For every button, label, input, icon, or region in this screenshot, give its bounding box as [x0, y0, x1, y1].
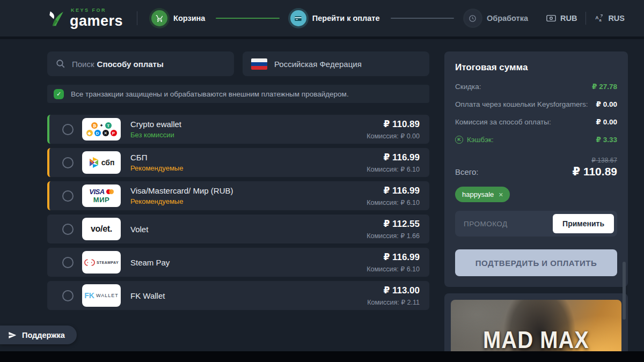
- card-icon: [290, 10, 306, 26]
- dash-icon: D: [94, 130, 101, 136]
- apply-promo-button[interactable]: Применить: [553, 214, 614, 233]
- fk-logo-text: FK: [84, 291, 94, 300]
- step-payment-label: Перейти к оплате: [312, 14, 380, 23]
- radio-steam-pay[interactable]: [62, 257, 74, 268]
- cart-icon: [151, 10, 167, 26]
- payment-price: ₽ 116.99: [383, 186, 420, 196]
- mastercard-icon: [106, 189, 114, 194]
- bnb-icon: ◆: [86, 130, 93, 136]
- summary-label: Кэшбэк:: [467, 136, 494, 144]
- total-old-price: ₽ 138.67: [572, 157, 617, 164]
- payment-name: Steam Pay: [130, 258, 170, 267]
- payment-name: Crypto ewallet: [130, 120, 181, 129]
- payment-name: Volet: [130, 225, 148, 234]
- security-banner: ✓ Все транзакции защищены и обрабатывают…: [47, 85, 429, 103]
- navbar-shadow: [0, 36, 644, 39]
- payment-name: FK Wallet: [130, 291, 165, 300]
- payment-price: ₽ 112.55: [383, 219, 420, 229]
- checkout-steps: Корзина Перейти к оплате Обработка: [151, 10, 528, 26]
- payment-method-list: ₿ ✦ T ◆ D ✕ P Crypto ewallet Без комисси…: [47, 115, 429, 310]
- applied-promo-tag: happysale ×: [455, 187, 510, 202]
- search-icon: [56, 59, 65, 69]
- brand-name: gamers: [70, 14, 123, 28]
- summary-row-fee: Комиссия за способ оплаты: ₽ 0.00: [455, 117, 617, 126]
- payment-row-crypto-ewallet[interactable]: ₿ ✦ T ◆ D ✕ P Crypto ewallet Без комисси…: [47, 115, 429, 144]
- step-payment[interactable]: Перейти к оплате: [290, 10, 380, 26]
- russia-flag-icon: [251, 58, 267, 70]
- step-cart[interactable]: Корзина: [151, 10, 205, 26]
- payment-row-volet[interactable]: vo/et. Volet ₽ 112.55 Комиссия: ₽ 1.66: [47, 215, 429, 243]
- steampay-logo-text: STEAMPAY: [97, 261, 119, 264]
- svg-text:A: A: [596, 15, 599, 20]
- summary-row-cashback: KКэшбэк: ₽ 3.33: [455, 135, 617, 144]
- sidebar-scrollbar[interactable]: [623, 262, 626, 320]
- crypto-ewallet-logo: ₿ ✦ T ◆ D ✕ P: [82, 118, 121, 141]
- country-selector[interactable]: Российская Федерация: [243, 51, 429, 76]
- summary-value: ₽ 27.78: [592, 82, 617, 91]
- country-label: Российская Федерация: [274, 60, 362, 69]
- bottom-bar: [0, 351, 644, 362]
- summary-label: Оплата через кошельки Keysforgamers:: [455, 100, 588, 108]
- visa-mastercard-mir-logo: VISA МИР: [82, 184, 121, 207]
- radio-crypto-ewallet[interactable]: [62, 124, 74, 135]
- remove-promo-icon[interactable]: ×: [499, 191, 503, 198]
- payment-price: ₽ 116.99: [383, 152, 420, 162]
- nav-divider: [137, 11, 137, 25]
- radio-volet[interactable]: [62, 224, 74, 235]
- summary-row-discount: Скидка: ₽ 27.78: [455, 82, 617, 91]
- payment-row-steam-pay[interactable]: STEAMPAY Steam Pay ₽ 116.99 Комиссия: ₽ …: [47, 248, 429, 277]
- payment-fee: Комиссия: ₽ 6.10: [367, 165, 420, 173]
- payment-fee: Комиссия: ₽ 0.00: [367, 132, 420, 140]
- support-button[interactable]: Поддержка: [0, 326, 77, 344]
- payment-tag: Рекомендуемые: [130, 197, 233, 205]
- promo-placeholder: ПРОМОКОД: [464, 220, 508, 228]
- step-connector-pending: [391, 18, 454, 19]
- language-selector[interactable]: A a RUS: [586, 14, 633, 23]
- payment-price: ₽ 113.00: [383, 285, 420, 295]
- search-placeholder-prefix: Поиск: [72, 60, 94, 69]
- step-processing: Обработка: [465, 10, 528, 26]
- currency-label: RUB: [560, 14, 577, 23]
- tether-icon: T: [105, 122, 112, 129]
- payment-price: ₽ 116.99: [383, 252, 420, 262]
- step-connector-done: [216, 18, 279, 19]
- support-label: Поддержка: [22, 331, 65, 339]
- total-price: ₽ 110.89: [572, 165, 617, 178]
- gamepad-icon: [84, 258, 95, 267]
- radio-fk-wallet[interactable]: [62, 290, 74, 301]
- radio-sbp[interactable]: [62, 157, 74, 168]
- search-placeholder-strong: Способу оплаты: [97, 60, 164, 69]
- summary-value: ₽ 0.00: [596, 100, 617, 108]
- brand-logo[interactable]: KEYS FOR gamers: [47, 8, 123, 28]
- summary-panel: Итоговая сумма Скидка: ₽ 27.78 Оплата че…: [444, 51, 628, 287]
- fk-wallet-logo-text: WALLET: [96, 293, 119, 298]
- promo-code-input[interactable]: ПРОМОКОД Применить: [455, 211, 617, 237]
- nav-right: RUB A a RUS: [538, 12, 633, 25]
- fk-wallet-logo: FK WALLET: [82, 284, 121, 307]
- summary-value: ₽ 0.00: [596, 117, 617, 126]
- sbp-logo: сбп: [82, 151, 121, 174]
- payment-methods-section: Поиск Способу оплаты Российская Федераци…: [47, 51, 429, 314]
- search-input[interactable]: Поиск Способу оплаты: [47, 51, 234, 76]
- payment-row-fk-wallet[interactable]: FK WALLET FK Wallet ₽ 113.00 Комиссия: ₽…: [47, 281, 429, 310]
- payment-row-sbp[interactable]: сбп СБП Рекомендуемые ₽ 116.99 Комиссия:…: [47, 148, 429, 177]
- svg-text:a: a: [599, 18, 602, 23]
- security-note: Все транзакции защищены и обрабатываются…: [71, 90, 349, 98]
- payment-row-visa-mastercard-mir[interactable]: VISA МИР Visa/Mastercard/ Мир (RUB) Реко…: [47, 181, 429, 210]
- shield-check-icon: ✓: [54, 89, 64, 99]
- currency-selector[interactable]: RUB: [538, 14, 586, 23]
- cashback-icon: K: [455, 136, 463, 144]
- radio-visa-mastercard-mir[interactable]: [62, 190, 74, 202]
- summary-label: Комиссия за способ оплаты:: [455, 118, 551, 126]
- navbar: KEYS FOR gamers Корзина Перейти к оплате…: [0, 0, 644, 36]
- paper-plane-icon: [8, 331, 17, 339]
- payment-tag: Рекомендуемые: [130, 164, 183, 172]
- banknote-icon: [546, 14, 556, 22]
- brand-keys-for: KEYS FOR: [71, 8, 123, 13]
- language-label: RUS: [608, 14, 625, 23]
- payment-name: Visa/Mastercard/ Мир (RUB): [130, 186, 233, 195]
- sbp-logo-text: сбп: [101, 158, 115, 167]
- confirm-pay-button[interactable]: ПОДТВЕРДИТЬ И ОПЛАТИТЬ: [455, 249, 617, 276]
- promo-tag-label: happysale: [462, 190, 494, 198]
- summary-value: ₽ 3.33: [596, 135, 617, 144]
